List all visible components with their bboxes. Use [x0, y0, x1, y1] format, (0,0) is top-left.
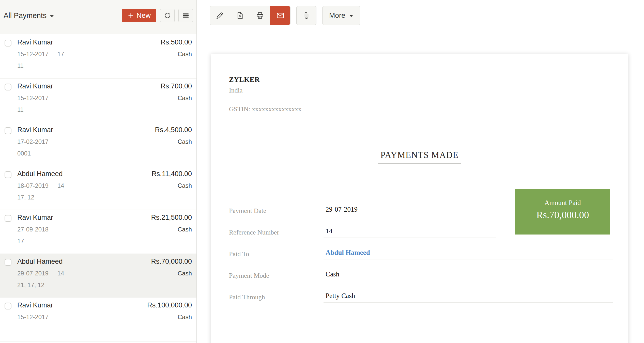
field-label: Payment Date — [229, 207, 266, 215]
payment-list-item[interactable]: Ravi Kumar Rs.500.00 15-12-2017 17 Cash … — [0, 35, 196, 79]
payment-bill-numbers: 11 — [17, 62, 192, 69]
payment-checkbox[interactable] — [5, 259, 11, 266]
chevron-down-icon — [349, 15, 353, 17]
payment-list-item[interactable]: Ravi Kumar Rs.21,500.00 27-09-2018 Cash … — [0, 210, 196, 254]
payment-mode: Cash — [178, 50, 192, 58]
field-value[interactable]: Abdul Hameed — [324, 248, 613, 259]
payment-date: 17-02-2017 — [17, 138, 49, 146]
payment-amount: Rs.21,500.00 — [151, 213, 192, 222]
detail-toolbar: More — [197, 0, 644, 31]
email-button[interactable] — [270, 6, 290, 25]
field-value: 29-07-2019 — [324, 205, 496, 216]
refresh-icon — [164, 12, 171, 19]
payment-checkbox[interactable] — [5, 303, 11, 309]
app-root: All Payments New — [0, 0, 644, 343]
payments-list: Ravi Kumar Rs.500.00 15-12-2017 17 Cash … — [0, 35, 196, 343]
new-payment-button[interactable]: New — [122, 9, 156, 22]
payment-bill-numbers: 17 — [17, 238, 192, 245]
payment-date: 29-07-2019 — [17, 270, 49, 277]
payment-document: ZYLKER India GSTIN: xxxxxxxxxxxxxxx PAYM… — [211, 54, 628, 343]
payment-bill-numbers: 11 — [17, 106, 192, 113]
plus-icon — [127, 12, 134, 19]
more-button[interactable]: More — [322, 6, 360, 25]
payment-date: 15-12-2017 — [17, 94, 49, 102]
payment-checkbox[interactable] — [5, 171, 11, 178]
document-field-row: Reference Number 14 — [229, 226, 610, 248]
payee-name: Abdul Hameed — [17, 170, 63, 178]
payment-list-item[interactable]: Ravi Kumar Rs.700.00 15-12-2017 Cash 11 — [0, 79, 196, 122]
payment-amount: Rs.4,500.00 — [155, 126, 192, 134]
payee-name: Abdul Hameed — [17, 257, 63, 266]
payee-name: Ravi Kumar — [17, 126, 53, 134]
payment-mode: Cash — [178, 226, 192, 233]
document-field-row: Paid To Abdul Hameed — [229, 248, 610, 269]
divider — [53, 182, 53, 189]
field-value-text: 14 — [326, 227, 332, 235]
more-button-label: More — [329, 11, 345, 20]
payment-detail-pane: More ZYLKER India GSTIN: xxxxxxxxxxxxxxx… — [197, 0, 644, 343]
pencil-icon — [216, 11, 224, 20]
payment-amount: Rs.700.00 — [161, 82, 192, 90]
field-value-text: Cash — [326, 270, 339, 278]
field-value: Petty Cash — [324, 291, 613, 303]
payment-list-item[interactable]: Ravi Kumar Rs.100,000.00 15-12-2017 Cash — [0, 298, 196, 341]
payment-list-item[interactable]: Ravi Kumar Rs.4,500.00 17-02-2017 Cash 0… — [0, 122, 196, 166]
printer-icon — [256, 11, 264, 20]
document-field-row: Paid Through Petty Cash — [229, 291, 610, 313]
field-label: Reference Number — [229, 229, 279, 236]
payment-checkbox[interactable] — [5, 127, 11, 134]
payments-filter-dropdown[interactable]: All Payments — [4, 11, 54, 20]
payment-mode: Cash — [178, 138, 192, 146]
document-area: ZYLKER India GSTIN: xxxxxxxxxxxxxxx PAYM… — [197, 31, 644, 343]
payments-sidebar: All Payments New — [0, 0, 197, 343]
payee-name: Ravi Kumar — [17, 213, 53, 222]
field-value: 14 — [324, 226, 496, 238]
payment-date: 15-12-2017 — [17, 313, 49, 321]
divider — [53, 270, 53, 277]
document-title: PAYMENTS MADE — [378, 150, 461, 164]
payment-amount: Rs.11,400.00 — [151, 170, 192, 178]
payment-amount: Rs.70,000.00 — [151, 257, 192, 266]
payment-bill-numbers: 21, 17, 12 — [17, 282, 192, 289]
payment-reference: 14 — [57, 270, 64, 277]
company-country: India — [229, 87, 242, 94]
payment-checkbox[interactable] — [5, 84, 11, 90]
payment-checkbox[interactable] — [5, 40, 11, 46]
print-button[interactable] — [250, 6, 270, 25]
payee-name: Ravi Kumar — [17, 301, 53, 309]
payment-mode: Cash — [178, 270, 192, 277]
payment-list-item[interactable]: Abdul Hameed Rs.11,400.00 18-07-2019 14 … — [0, 166, 196, 210]
field-label: Paid Through — [229, 293, 265, 301]
toolbar-button-group — [210, 6, 290, 25]
pdf-file-icon — [236, 11, 244, 20]
payment-mode: Cash — [178, 182, 192, 190]
field-value-text: Petty Cash — [326, 292, 355, 300]
payment-mode: Cash — [178, 94, 192, 102]
payee-name: Ravi Kumar — [17, 82, 53, 90]
payment-date: 27-09-2018 — [17, 226, 49, 233]
payee-name: Ravi Kumar — [17, 38, 53, 46]
pdf-button[interactable] — [230, 6, 250, 25]
field-label: Paid To — [229, 250, 249, 258]
field-label: Payment Mode — [229, 272, 269, 279]
company-gstin: GSTIN: xxxxxxxxxxxxxxx — [229, 105, 301, 113]
divider — [53, 51, 53, 58]
payment-mode: Cash — [178, 313, 192, 321]
company-name: ZYLKER — [229, 75, 260, 84]
refresh-button[interactable] — [160, 9, 175, 22]
payment-reference: 14 — [57, 182, 64, 190]
payment-checkbox[interactable] — [5, 215, 11, 222]
payment-date: 18-07-2019 — [17, 182, 49, 190]
sidebar-header: All Payments New — [0, 0, 196, 34]
payment-list-item[interactable]: Abdul Hameed Rs.70,000.00 29-07-2019 14 … — [0, 254, 196, 298]
list-menu-button[interactable] — [178, 9, 193, 22]
edit-button[interactable] — [210, 6, 230, 25]
field-value-text: Abdul Hameed — [326, 249, 370, 256]
attachment-button[interactable] — [296, 6, 316, 25]
payment-amount: Rs.100,000.00 — [147, 301, 192, 309]
divider — [229, 134, 610, 134]
payment-reference: 17 — [57, 50, 64, 58]
new-button-label: New — [136, 11, 151, 20]
envelope-icon — [276, 11, 285, 20]
field-value: Cash — [324, 269, 613, 281]
